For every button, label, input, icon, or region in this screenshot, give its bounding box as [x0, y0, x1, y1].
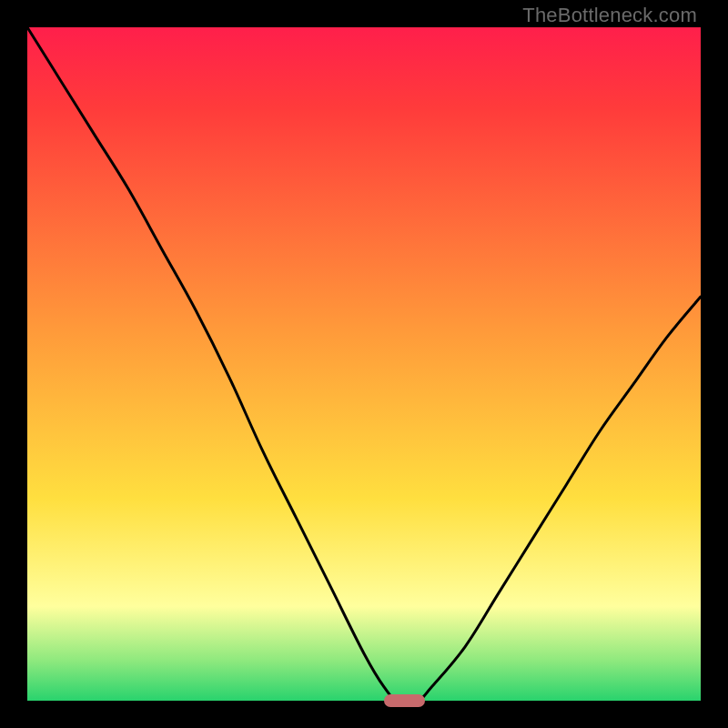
optimal-marker — [384, 694, 424, 707]
bottleneck-curve — [27, 27, 701, 701]
chart-frame: TheBottleneck.com — [0, 0, 728, 728]
watermark-text: TheBottleneck.com — [522, 4, 697, 27]
plot-area — [27, 27, 701, 701]
